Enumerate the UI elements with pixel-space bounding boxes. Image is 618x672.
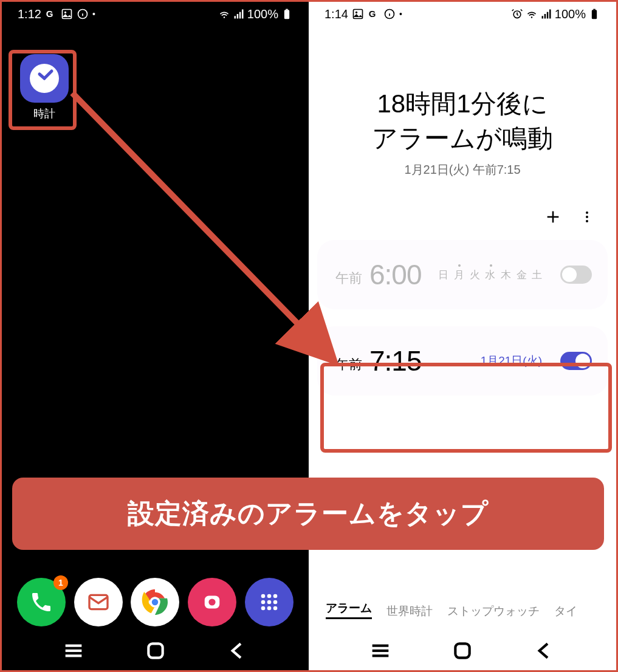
home-button[interactable] [450, 639, 475, 663]
signal-icon [233, 8, 245, 20]
svg-rect-10 [284, 10, 289, 19]
svg-rect-7 [237, 14, 239, 19]
svg-rect-9 [242, 10, 244, 19]
dock: 1 [2, 578, 309, 626]
battery-text: 100% [247, 7, 278, 21]
svg-rect-40 [544, 14, 546, 19]
wifi-icon [218, 8, 230, 20]
tab-world-clock[interactable]: 世界時計 [386, 603, 433, 619]
messages-app[interactable] [74, 578, 123, 626]
svg-text:G: G [46, 9, 53, 19]
svg-point-22 [261, 600, 266, 605]
clock-app-screen: 1:14 G • 100% 18時間1分後に アラームが鳴動 1月21日(火) … [309, 2, 616, 670]
info-icon [77, 8, 89, 20]
status-bar: 1:12 G • 100% [2, 2, 309, 26]
instruction-callout: 設定済みのアラームをタップ [12, 478, 604, 550]
alarm-header: 18時間1分後に アラームが鳴動 1月21日(火) 午前7:15 [309, 26, 616, 178]
status-time: 1:12 [18, 7, 41, 21]
next-alarm-title: 18時間1分後に アラームが鳴動 [321, 87, 604, 156]
apps-drawer[interactable] [245, 578, 294, 626]
svg-rect-32 [353, 10, 362, 19]
svg-rect-1 [62, 10, 71, 19]
status-bar: 1:14 G • 100% [309, 2, 616, 26]
svg-point-26 [267, 606, 272, 611]
svg-rect-8 [239, 12, 241, 19]
svg-point-19 [261, 594, 266, 598]
alarm-toggle[interactable] [560, 266, 592, 284]
svg-point-33 [355, 12, 357, 13]
alarm-days: 日 月 火 水 木 金 土 [429, 268, 553, 282]
svg-rect-6 [234, 16, 236, 18]
back-button[interactable] [225, 639, 250, 663]
tab-stopwatch[interactable]: ストップウォッチ [447, 603, 540, 619]
svg-point-18 [209, 598, 216, 605]
chrome-app[interactable] [131, 578, 179, 626]
alarm-ampm: 午前 [335, 269, 362, 287]
svg-point-47 [586, 211, 588, 214]
alarm-time: 6:00 [369, 258, 422, 291]
alarm-item[interactable]: 午前 6:00 日 月 火 水 木 金 土 [317, 240, 608, 309]
svg-point-48 [586, 216, 588, 218]
next-alarm-subtitle: 1月21日(火) 午前7:15 [321, 162, 604, 178]
svg-rect-42 [549, 10, 551, 19]
highlight-box [320, 363, 612, 453]
toolbar [309, 178, 616, 235]
more-dot: • [399, 9, 402, 19]
svg-text:G: G [369, 9, 376, 19]
highlight-box [9, 50, 77, 130]
battery-icon [588, 8, 600, 20]
status-time: 1:14 [324, 7, 348, 21]
tab-timer[interactable]: タイ [554, 603, 577, 619]
svg-point-23 [267, 600, 272, 605]
nav-bar [2, 631, 309, 670]
bottom-tabs: アラーム 世界時計 ストップウォッチ タイ [309, 600, 616, 631]
image-icon [352, 8, 364, 20]
svg-rect-41 [547, 12, 549, 19]
svg-point-20 [267, 594, 272, 598]
home-button[interactable] [143, 639, 168, 663]
phone-app[interactable]: 1 [17, 578, 66, 626]
svg-rect-53 [455, 643, 469, 657]
svg-rect-44 [593, 9, 595, 10]
svg-point-49 [586, 220, 588, 222]
image-icon [61, 8, 73, 20]
alarm-status-icon [511, 8, 523, 20]
svg-point-25 [261, 606, 266, 611]
svg-point-24 [273, 600, 278, 605]
camera-app[interactable] [188, 578, 236, 626]
recents-button[interactable] [61, 639, 86, 663]
recents-button[interactable] [368, 639, 393, 663]
svg-rect-43 [592, 10, 597, 19]
svg-rect-31 [148, 643, 162, 657]
battery-icon [281, 8, 293, 20]
add-alarm-button[interactable] [544, 208, 561, 225]
wifi-icon [526, 8, 538, 20]
nav-bar [309, 631, 616, 670]
svg-rect-11 [286, 9, 287, 10]
svg-point-27 [273, 606, 278, 611]
back-button[interactable] [532, 639, 557, 663]
more-options-button[interactable] [579, 208, 596, 225]
svg-point-2 [64, 12, 66, 13]
battery-text: 100% [555, 7, 586, 21]
svg-rect-39 [541, 16, 543, 18]
phone-badge: 1 [53, 575, 68, 590]
google-icon: G [368, 8, 380, 20]
info-icon [383, 8, 396, 20]
svg-point-21 [273, 594, 278, 598]
google-icon: G [45, 8, 57, 20]
more-dot: • [92, 9, 95, 19]
tab-alarm[interactable]: アラーム [326, 600, 372, 619]
signal-icon [540, 8, 552, 20]
